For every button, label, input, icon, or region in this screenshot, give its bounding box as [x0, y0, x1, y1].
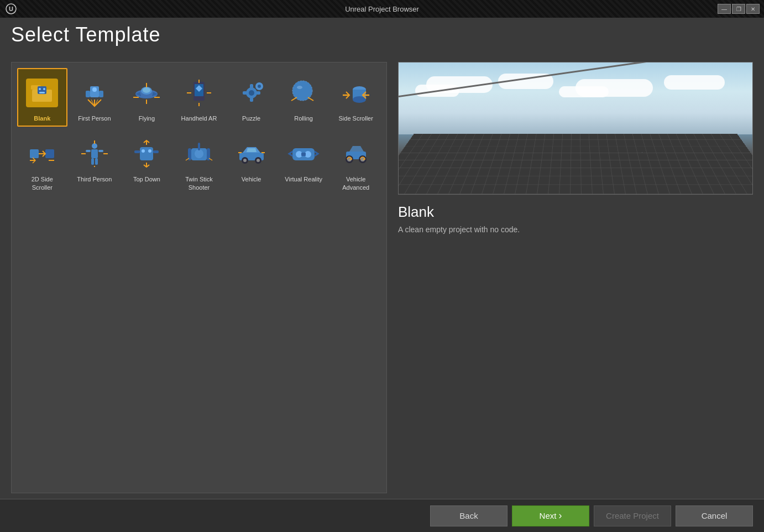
puzzle-label: Puzzle: [242, 114, 260, 122]
handheld-ar-label: Handheld AR: [181, 114, 217, 122]
vehicle-icon: [232, 134, 271, 173]
svg-point-64: [243, 159, 247, 162]
svg-point-13: [92, 87, 97, 92]
virtual-reality-icon: [284, 134, 323, 173]
template-item-vehicle-advanced[interactable]: Vehicle Advanced: [331, 129, 381, 196]
vehicle-advanced-icon: [337, 134, 375, 173]
close-button[interactable]: ✕: [746, 4, 760, 14]
template-item-rolling[interactable]: Rolling: [279, 68, 329, 127]
svg-rect-10: [86, 91, 90, 97]
window-controls: — ❐ ✕: [718, 4, 760, 14]
svg-rect-44: [91, 149, 98, 158]
svg-point-43: [92, 143, 97, 149]
cloud-6: [664, 75, 725, 90]
maximize-button[interactable]: ❐: [732, 4, 745, 14]
flying-label: Flying: [139, 114, 155, 122]
svg-rect-25: [250, 84, 253, 88]
preview-description: A clean empty project with no code.: [398, 225, 753, 234]
svg-point-34: [297, 86, 302, 89]
side-scroller-icon: [337, 74, 375, 112]
top-down-icon: [127, 134, 166, 173]
svg-rect-54: [153, 150, 159, 153]
svg-rect-46: [98, 150, 103, 152]
third-person-icon: [75, 134, 114, 173]
window-title: Unreal Project Browser: [339, 5, 425, 13]
svg-rect-50: [140, 147, 153, 160]
rolling-label: Rolling: [294, 114, 313, 122]
svg-point-7: [43, 88, 45, 90]
template-item-twin-stick-shooter[interactable]: Twin Stick Shooter: [174, 129, 224, 196]
svg-rect-27: [243, 91, 247, 95]
titlebar: U Unreal Project Browser — ❐ ✕: [0, 0, 764, 18]
svg-point-24: [249, 90, 254, 96]
svg-rect-41: [45, 149, 54, 158]
puzzle-icon: [232, 74, 271, 112]
back-button[interactable]: Back: [430, 505, 507, 526]
template-item-virtual-reality[interactable]: Virtual Reality: [279, 129, 329, 196]
template-item-flying[interactable]: Flying: [122, 68, 172, 127]
handheld-ar-icon: [180, 74, 218, 112]
svg-rect-28: [256, 91, 260, 95]
twin-stick-shooter-label: Twin Stick Shooter: [177, 175, 221, 191]
template-item-first-person[interactable]: First Person: [70, 68, 120, 127]
template-item-2d-side-scroller[interactable]: 2D Side Scroller: [17, 129, 67, 196]
2d-side-scroller-label: 2D Side Scroller: [20, 175, 64, 191]
svg-point-6: [39, 88, 41, 90]
svg-rect-45: [86, 150, 91, 152]
vehicle-label: Vehicle: [242, 175, 261, 183]
first-person-label: First Person: [78, 114, 111, 122]
preview-sky: [399, 62, 752, 134]
svg-rect-48: [95, 158, 98, 165]
svg-rect-11: [99, 91, 103, 97]
svg-point-30: [258, 85, 261, 88]
template-item-third-person[interactable]: Third Person: [70, 129, 120, 196]
svg-rect-58: [198, 143, 200, 150]
cancel-button[interactable]: Cancel: [676, 505, 753, 526]
template-item-puzzle[interactable]: Puzzle: [226, 68, 276, 127]
rolling-icon: [284, 74, 323, 112]
template-item-top-down[interactable]: Top Down: [122, 129, 172, 196]
svg-point-51: [142, 149, 145, 153]
grid-lines-vertical: [398, 134, 753, 194]
svg-text:U: U: [9, 6, 13, 12]
cloud-5: [559, 86, 609, 97]
blank-label: Blank: [34, 114, 50, 122]
next-button[interactable]: Next ›: [512, 505, 589, 526]
preview-panel: Blank A clean empty project with no code…: [398, 62, 753, 493]
page-title: Select Template: [11, 23, 160, 46]
template-item-blank[interactable]: Blank: [17, 68, 67, 127]
svg-rect-8: [39, 92, 45, 93]
svg-rect-47: [91, 158, 94, 165]
side-scroller-label: Side Scroller: [339, 114, 373, 122]
template-item-side-scroller[interactable]: Side Scroller: [331, 68, 381, 127]
preview-title: Blank: [398, 204, 753, 221]
top-down-label: Top Down: [133, 175, 160, 183]
minimize-button[interactable]: —: [718, 4, 731, 14]
create-project-button: Create Project: [594, 505, 671, 526]
svg-point-52: [148, 149, 151, 153]
svg-rect-53: [134, 150, 140, 153]
template-grid: Blank First Person: [17, 68, 381, 196]
ue-logo: U: [6, 3, 17, 14]
first-person-icon: [75, 74, 114, 112]
bottom-bar: Back Next › Create Project Cancel: [0, 499, 764, 532]
virtual-reality-label: Virtual Reality: [285, 175, 322, 183]
grid-floor: [398, 134, 753, 194]
svg-rect-71: [301, 153, 306, 156]
blank-icon: [23, 74, 61, 112]
svg-point-57: [195, 149, 203, 158]
template-panel: Blank First Person: [11, 62, 387, 493]
2d-side-scroller-icon: [23, 134, 61, 173]
preview-image: [398, 62, 753, 195]
svg-rect-26: [250, 97, 253, 102]
vehicle-advanced-label: Vehicle Advanced: [334, 175, 378, 191]
template-item-vehicle[interactable]: Vehicle: [226, 129, 276, 196]
third-person-label: Third Person: [77, 175, 112, 183]
flying-icon: [127, 74, 166, 112]
svg-point-17: [143, 87, 150, 93]
svg-rect-40: [30, 149, 39, 158]
template-item-handheld-ar[interactable]: Handheld AR: [174, 68, 224, 127]
twin-stick-shooter-icon: [180, 134, 218, 173]
svg-point-66: [257, 159, 260, 162]
main-content: Blank First Person: [0, 18, 764, 499]
